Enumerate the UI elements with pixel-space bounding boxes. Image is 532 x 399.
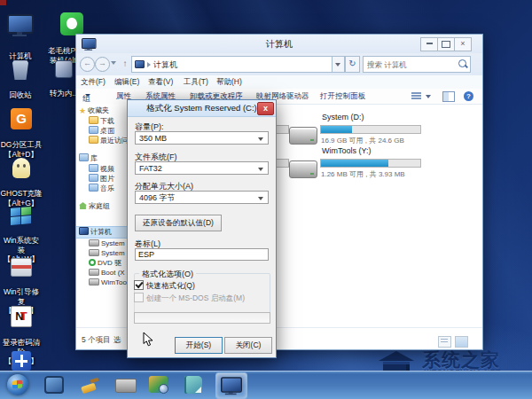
nav-drive-wimtools[interactable]: WimToo bbox=[89, 278, 127, 287]
dg-partition-icon: G bbox=[11, 108, 32, 129]
menu-view[interactable]: 查看(V) bbox=[148, 77, 173, 88]
view-mode-chevron-icon[interactable] bbox=[426, 95, 431, 98]
drive-info: 1.26 MB 可用 , 共 3.93 MB bbox=[321, 169, 405, 179]
installer-icon bbox=[149, 376, 168, 393]
selection-count-clipped: 选 bbox=[113, 335, 126, 346]
close-button[interactable]: × bbox=[454, 37, 472, 51]
star-icon: ★ bbox=[79, 106, 86, 116]
dialog-titlebar[interactable]: 格式化 System Reserved (C:) bbox=[128, 100, 276, 117]
address-bar[interactable]: 计算机 bbox=[131, 56, 335, 73]
homegroup-icon bbox=[79, 202, 87, 209]
start-button[interactable] bbox=[7, 374, 30, 395]
boot-repair-icon bbox=[11, 258, 32, 277]
checkbox-checked-icon[interactable] bbox=[134, 280, 144, 290]
view-mode-icon[interactable] bbox=[411, 92, 421, 100]
search-box[interactable] bbox=[363, 56, 471, 73]
nav-recent[interactable]: 最近访问 bbox=[89, 136, 129, 145]
nav-drive-system-reserved[interactable]: System bbox=[89, 239, 125, 248]
address-bar-row: ← → ↑ 计算机 ↻ bbox=[76, 53, 482, 75]
format-options-label: 格式化选项(O) bbox=[139, 269, 196, 280]
format-progress-bar bbox=[134, 312, 270, 324]
thumbnail-view-button[interactable] bbox=[455, 336, 468, 348]
dialog-close-button-bottom[interactable]: 关闭(C) bbox=[224, 337, 272, 354]
minimize-button[interactable] bbox=[420, 37, 438, 51]
nt-password-icon: NT bbox=[11, 306, 32, 327]
breadcrumb[interactable]: 计算机 bbox=[153, 58, 177, 72]
windows-flag-icon bbox=[11, 207, 32, 226]
nav-dvd-drive[interactable]: DVD 驱 bbox=[89, 258, 121, 268]
drive-name[interactable]: WimTools (Y:) bbox=[322, 146, 372, 155]
msdos-row: 创建一个 MS-DOS 启动盘(M) bbox=[134, 293, 245, 304]
nav-desktop[interactable]: 桌面 bbox=[89, 126, 114, 136]
details-view-button[interactable] bbox=[438, 336, 451, 348]
taskbar-item-disk-tool[interactable] bbox=[113, 374, 137, 395]
chevron-down-icon bbox=[85, 94, 90, 97]
menu-file[interactable]: 文件(F) bbox=[81, 77, 106, 88]
maximize-button[interactable] bbox=[437, 37, 455, 51]
preview-pane-icon[interactable] bbox=[442, 91, 455, 102]
search-icon[interactable] bbox=[458, 59, 466, 67]
menu-help[interactable]: 帮助(H) bbox=[216, 77, 242, 88]
drive-name[interactable]: System (D:) bbox=[322, 113, 364, 121]
capacity-select[interactable]: 350 MB bbox=[135, 131, 269, 145]
history-chevron-icon[interactable] bbox=[111, 61, 116, 65]
taskbar-item-window-tool[interactable] bbox=[43, 374, 66, 395]
laomaotao-pe-icon bbox=[60, 12, 83, 35]
partial-usage-bar bbox=[277, 159, 289, 168]
dialog-close-button[interactable]: x bbox=[257, 102, 274, 115]
disk-icon bbox=[115, 379, 137, 393]
drive-icon bbox=[89, 278, 99, 286]
taskbar-item-explorer-active[interactable] bbox=[215, 372, 247, 399]
navigation-pane: ★收藏夹 下载 桌面 最近访问 库 视频 图片 音乐 家庭组 计算机 Syste… bbox=[76, 104, 133, 327]
address-dropdown-button[interactable] bbox=[332, 56, 345, 73]
breadcrumb-computer-icon bbox=[135, 60, 145, 68]
up-button[interactable]: ↑ bbox=[119, 57, 131, 70]
hard-drive-icon bbox=[289, 160, 317, 178]
quick-format-row[interactable]: 快速格式化(Q) bbox=[134, 280, 195, 292]
hard-drive-icon bbox=[289, 127, 317, 145]
toolbar-open-control-panel[interactable]: 打开控制面板 bbox=[320, 91, 365, 102]
drive-usage-bar bbox=[320, 125, 421, 134]
dvd-icon bbox=[89, 259, 96, 266]
menu-tools[interactable]: 工具(T) bbox=[184, 77, 208, 88]
explorer-titlebar[interactable]: 计算机 × bbox=[76, 35, 482, 53]
restore-defaults-button[interactable]: 还原设备的默认值(D) bbox=[135, 215, 222, 231]
desktop-folder-icon bbox=[89, 126, 98, 134]
nav-pictures[interactable]: 图片 bbox=[89, 174, 114, 184]
drive-icon bbox=[89, 249, 99, 256]
menu-bar: 文件(F) 编辑(E) 查看(V) 工具(T) 帮助(H) bbox=[76, 75, 482, 89]
refresh-button[interactable]: ↻ bbox=[345, 56, 360, 73]
nav-libraries[interactable]: 库 bbox=[79, 153, 98, 163]
nav-computer[interactable]: 计算机 bbox=[79, 227, 112, 237]
volume-input[interactable] bbox=[135, 248, 269, 261]
taskbar bbox=[0, 371, 532, 399]
taskbar-item-installer[interactable] bbox=[147, 374, 170, 395]
nav-videos[interactable]: 视频 bbox=[89, 164, 114, 174]
nav-drive-system[interactable]: System bbox=[89, 248, 125, 258]
nav-music[interactable]: 音乐 bbox=[89, 184, 114, 193]
library-icon bbox=[79, 153, 89, 161]
folder-icon bbox=[89, 116, 98, 124]
computer-icon bbox=[221, 377, 242, 393]
music-icon bbox=[89, 184, 98, 192]
filesystem-select[interactable]: FAT32 bbox=[135, 161, 269, 175]
mouse-cursor bbox=[143, 332, 154, 351]
nav-homegroup[interactable]: 家庭组 bbox=[79, 201, 110, 211]
breadcrumb-chevron-icon bbox=[147, 62, 151, 67]
search-input[interactable] bbox=[365, 58, 456, 71]
nav-downloads[interactable]: 下载 bbox=[89, 116, 114, 126]
allocation-select[interactable]: 4096 字节 bbox=[135, 191, 269, 204]
load-more-icon bbox=[12, 351, 31, 371]
recycle-bin-icon bbox=[12, 60, 28, 80]
nav-drive-boot[interactable]: Boot (X bbox=[89, 268, 125, 278]
taskbar-item-cleaner[interactable] bbox=[78, 374, 101, 395]
help-icon[interactable]: ? bbox=[464, 91, 473, 101]
start-button[interactable]: 开始(S) bbox=[175, 337, 223, 354]
msdos-label: 创建一个 MS-DOS 启动盘(M) bbox=[146, 293, 245, 302]
ghost-icon bbox=[12, 158, 30, 178]
taskbar-item-notebook[interactable] bbox=[183, 374, 206, 395]
menu-edit[interactable]: 编辑(E) bbox=[114, 77, 139, 88]
nav-favorites[interactable]: ★收藏夹 bbox=[79, 106, 109, 115]
forward-button[interactable]: → bbox=[95, 57, 110, 72]
back-button[interactable]: ← bbox=[80, 57, 95, 72]
